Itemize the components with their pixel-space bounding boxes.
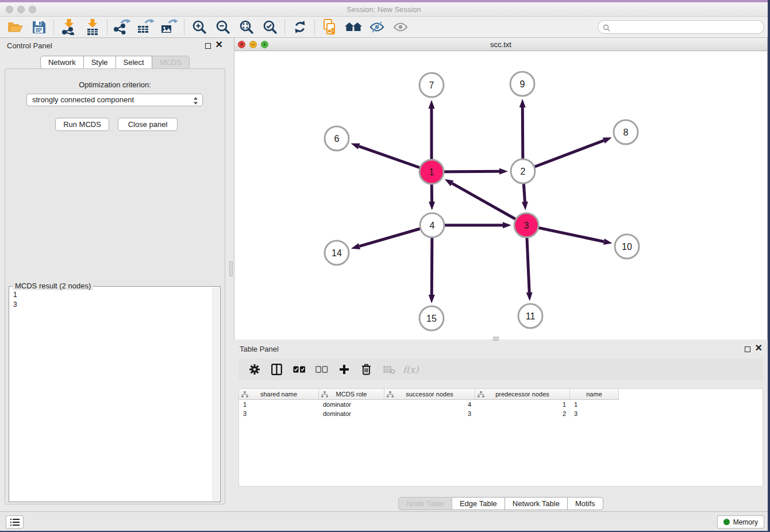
edge-2-8[interactable] xyxy=(523,141,604,171)
toolbar-separator xyxy=(184,20,184,34)
delete-row-button[interactable] xyxy=(355,360,378,379)
tab-node-table[interactable]: Node Table xyxy=(398,497,452,510)
vertical-splitter-handle[interactable] xyxy=(229,261,233,276)
tab-mcds[interactable]: MCDS xyxy=(152,56,190,69)
table-cell[interactable]: 1 xyxy=(570,400,619,409)
hide-panels-button[interactable] xyxy=(365,18,388,36)
close-panel-button[interactable]: Close panel xyxy=(118,118,178,131)
graph-node-14[interactable]: 14 xyxy=(325,241,349,265)
zoom-fit-button[interactable] xyxy=(234,18,258,36)
table-cell[interactable]: dominator xyxy=(319,409,384,418)
add-row-button[interactable] xyxy=(333,360,355,379)
toolbar-separator xyxy=(314,20,315,34)
export-table-icon xyxy=(137,19,155,35)
graph-node-9[interactable]: 9 xyxy=(510,72,534,96)
result-item[interactable]: 3 xyxy=(13,300,17,310)
table-cell[interactable]: dominator xyxy=(319,400,384,409)
network-view-window: × – + scc.txt 7968124314101511 xyxy=(234,37,768,340)
function-builder-icon: f(x) xyxy=(402,364,421,375)
automation-panel-button[interactable] xyxy=(6,515,24,529)
refresh-layout-icon xyxy=(292,20,307,34)
result-scrollbar[interactable] xyxy=(213,287,220,501)
zoom-in-button[interactable] xyxy=(187,18,211,36)
edge-arrowhead-icon xyxy=(522,202,528,210)
run-mcds-button[interactable]: Run MCDS xyxy=(55,118,109,131)
search-input[interactable] xyxy=(613,21,760,33)
save-session-button[interactable] xyxy=(27,18,51,36)
column-header-name[interactable]: name xyxy=(570,389,619,400)
table-cell[interactable]: 1 xyxy=(475,400,570,409)
column-header-predecessor-nodes[interactable]: predecessor nodes xyxy=(475,389,570,400)
graph-node-11[interactable]: 11 xyxy=(518,304,542,328)
graph-node-6[interactable]: 6 xyxy=(325,126,349,151)
graph-node-15[interactable]: 15 xyxy=(419,306,444,330)
table-cell[interactable]: 3 xyxy=(570,409,619,418)
hierarchy-icon xyxy=(321,391,328,398)
tab-motifs[interactable]: Motifs xyxy=(568,497,603,510)
tab-style[interactable]: Style xyxy=(84,56,116,69)
result-item[interactable]: 1 xyxy=(13,290,17,300)
tab-edge-table[interactable]: Edge Table xyxy=(452,497,505,510)
select-all-check-button[interactable] xyxy=(288,360,310,379)
svg-text:4: 4 xyxy=(430,221,435,230)
duplicate-network-button[interactable] xyxy=(318,18,341,36)
tab-network[interactable]: Network xyxy=(40,56,84,69)
table-settings-button[interactable] xyxy=(243,360,265,379)
show-panels-button[interactable] xyxy=(388,18,412,36)
mcds-result-title: MCDS result (2 nodes) xyxy=(13,282,93,290)
table-toolbar: f(x) xyxy=(238,358,763,380)
graph-node-7[interactable]: 7 xyxy=(419,73,444,97)
close-icon[interactable]: ✕ xyxy=(215,40,223,50)
table-row[interactable]: 3dominator323 xyxy=(239,409,763,418)
zoom-selected-button[interactable] xyxy=(258,18,282,36)
column-header-successor-nodes[interactable]: successor nodes xyxy=(384,389,475,400)
import-table-icon xyxy=(85,19,100,35)
table-cell[interactable]: 2 xyxy=(475,409,570,418)
tab-network-table[interactable]: Network Table xyxy=(505,497,568,510)
zoom-out-button[interactable] xyxy=(211,18,234,36)
close-icon[interactable]: ✕ xyxy=(755,343,763,353)
column-header-mcds-role[interactable]: MCDS role xyxy=(319,389,384,400)
network-window-titlebar[interactable]: × – + scc.txt xyxy=(234,38,767,51)
hide-panels-icon xyxy=(369,20,385,34)
open-session-button[interactable] xyxy=(3,18,27,36)
graph-node-10[interactable]: 10 xyxy=(615,234,639,259)
refresh-layout-button[interactable] xyxy=(288,18,311,36)
maximize-icon[interactable] xyxy=(205,43,211,49)
graph-node-8[interactable]: 8 xyxy=(614,120,638,144)
import-network-button[interactable] xyxy=(57,18,80,36)
export-table-button[interactable] xyxy=(134,18,157,36)
svg-text:2: 2 xyxy=(521,167,526,176)
graph-node-3[interactable]: 3 xyxy=(514,213,538,237)
optimization-select[interactable]: strongly connected component xyxy=(26,94,203,106)
tab-select[interactable]: Select xyxy=(116,56,152,69)
table-cell[interactable]: 3 xyxy=(239,409,319,418)
hierarchy-icon xyxy=(387,391,394,398)
horizontal-splitter-handle[interactable] xyxy=(493,337,499,341)
toggle-column-button[interactable] xyxy=(265,360,288,379)
graph-node-1[interactable]: 1 xyxy=(419,160,444,184)
table-row[interactable]: 1dominator411 xyxy=(239,400,763,409)
table-cell[interactable]: 4 xyxy=(384,400,475,409)
export-network-button[interactable] xyxy=(110,18,134,36)
network-graph-canvas[interactable]: 7968124314101511 xyxy=(234,52,767,340)
edge-arrowhead-icon xyxy=(519,99,526,107)
clear-all-check-button[interactable] xyxy=(310,360,333,379)
column-header-shared-name[interactable]: shared name xyxy=(239,389,319,400)
search-box[interactable] xyxy=(598,20,764,34)
mcds-tab-content: Optimization criterion: strongly connect… xyxy=(5,68,225,504)
export-image-button[interactable] xyxy=(157,18,181,36)
table-cell[interactable]: 1 xyxy=(239,400,319,409)
graph-node-4[interactable]: 4 xyxy=(420,213,444,237)
import-table-button[interactable] xyxy=(80,18,104,36)
maximize-icon[interactable] xyxy=(745,346,750,352)
optimization-criterion-label: Optimization criterion: xyxy=(5,80,225,89)
column-label: predecessor nodes xyxy=(495,391,549,398)
home-network-button[interactable] xyxy=(341,18,365,36)
graph-node-2[interactable]: 2 xyxy=(511,159,535,183)
svg-text:8: 8 xyxy=(623,128,629,137)
memory-button[interactable]: Memory xyxy=(717,515,764,529)
table-panel-tabs: Node TableEdge TableNetwork TableMotifs xyxy=(234,497,768,510)
table-cell[interactable]: 3 xyxy=(384,409,475,418)
app-titlebar: Session: New Session xyxy=(0,2,768,17)
